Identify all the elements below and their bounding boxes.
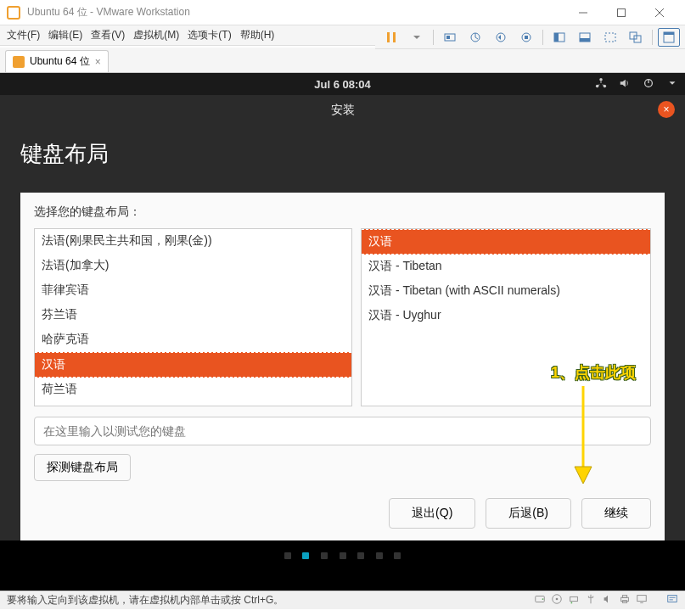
- svg-point-27: [571, 602, 573, 604]
- fullscreen-icon[interactable]: [658, 28, 680, 47]
- list-item[interactable]: 汉语 - Tibetan (with ASCII numerals): [362, 279, 650, 304]
- svg-rect-4: [446, 36, 450, 39]
- list-item[interactable]: 汉语: [35, 352, 351, 378]
- svg-rect-26: [570, 596, 578, 601]
- statusbar: 要将输入定向到该虚拟机，请在虚拟机内部单击或按 Ctrl+G。: [0, 591, 685, 609]
- toolbar-separator: [652, 30, 653, 45]
- unity-icon[interactable]: [625, 28, 647, 47]
- dot: [357, 552, 364, 559]
- printer-icon[interactable]: [619, 593, 631, 608]
- toolbar-dropdown[interactable]: [406, 28, 428, 47]
- disk-icon[interactable]: [534, 593, 546, 608]
- svg-point-18: [599, 77, 603, 81]
- power-icon[interactable]: [643, 77, 654, 92]
- window-controls: [564, 0, 678, 25]
- svg-rect-29: [622, 596, 626, 598]
- window-title: Ubuntu 64 位 - VMware Workstation: [27, 5, 564, 20]
- svg-point-25: [556, 598, 559, 601]
- menu-file[interactable]: 文件(F): [7, 28, 40, 42]
- list-item[interactable]: 芬兰语: [35, 303, 351, 328]
- list-item[interactable]: 菲律宾语: [35, 278, 351, 303]
- guest-display[interactable]: Jul 6 08:04 安装 × 键盘布局 选择您的键盘布局： 法语(刚果民主共…: [0, 73, 685, 591]
- nav-buttons: 退出(Q) 后退(B) 继续: [389, 498, 651, 529]
- cd-icon[interactable]: [551, 593, 563, 608]
- back-button[interactable]: 后退(B): [486, 498, 571, 529]
- maximize-button[interactable]: [602, 0, 640, 25]
- quit-button[interactable]: 退出(Q): [389, 498, 475, 529]
- installer-body: 键盘布局 选择您的键盘布局： 法语(刚果民主共和国，刚果(金))法语(加拿大)菲…: [0, 124, 685, 540]
- layout-prompt: 选择您的键盘布局：: [34, 204, 651, 220]
- svg-rect-32: [668, 596, 677, 602]
- menu-help[interactable]: 帮助(H): [240, 28, 275, 42]
- usb-icon[interactable]: [585, 593, 597, 608]
- dot: [376, 552, 383, 559]
- sound-icon[interactable]: [602, 593, 614, 608]
- clock: Jul 6 08:04: [314, 78, 371, 91]
- list-item[interactable]: 哈萨克语: [35, 328, 351, 352]
- menu-vm[interactable]: 虚拟机(M): [133, 28, 179, 42]
- toolbar-separator: [433, 30, 434, 45]
- installer-close-button[interactable]: ×: [658, 101, 675, 118]
- installer-header: 安装 ×: [0, 95, 685, 124]
- network-adapter-icon[interactable]: [568, 593, 580, 608]
- vm-tab[interactable]: Ubuntu 64 位 ×: [5, 50, 109, 72]
- list-item[interactable]: 汉语 - Tibetan: [362, 255, 650, 279]
- gnome-topbar: Jul 6 08:04: [0, 73, 685, 95]
- network-icon[interactable]: [595, 77, 607, 92]
- progress-dots: [0, 540, 685, 570]
- toolbar: [375, 25, 685, 49]
- keyboard-test-input[interactable]: [34, 417, 651, 445]
- vm-tab-icon: [13, 56, 25, 68]
- svg-rect-12: [580, 38, 590, 42]
- dot: [284, 552, 291, 559]
- dot: [394, 552, 401, 559]
- tab-close-icon[interactable]: ×: [95, 56, 101, 68]
- dot: [321, 552, 328, 559]
- send-ctrl-alt-del-icon[interactable]: [439, 28, 461, 47]
- svg-rect-13: [605, 33, 615, 42]
- svg-rect-17: [664, 32, 674, 35]
- vm-tab-label: Ubuntu 64 位: [30, 54, 90, 69]
- installer-header-title: 安装: [331, 103, 355, 116]
- list-item[interactable]: 法语(刚果民主共和国，刚果(金)): [35, 229, 351, 254]
- svg-point-23: [542, 598, 544, 600]
- app-icon: [7, 6, 20, 20]
- list-item[interactable]: 黑山语: [35, 402, 351, 406]
- pause-button[interactable]: [380, 28, 402, 47]
- content-pane: 选择您的键盘布局： 法语(刚果民主共和国，刚果(金))法语(加拿大)菲律宾语芬兰…: [20, 193, 665, 540]
- volume-icon[interactable]: [619, 77, 631, 92]
- snapshot-manager-icon[interactable]: [515, 28, 537, 47]
- view-console-icon[interactable]: [548, 28, 570, 47]
- tabstrip: Ubuntu 64 位 ×: [0, 48, 685, 73]
- snapshot-revert-icon[interactable]: [490, 28, 512, 47]
- status-text: 要将输入定向到该虚拟机，请在虚拟机内部单击或按 Ctrl+G。: [7, 593, 534, 608]
- list-item[interactable]: 法语(加拿大): [35, 254, 351, 278]
- layout-variant-list[interactable]: 汉语汉语 - Tibetan汉语 - Tibetan (with ASCII n…: [361, 228, 651, 406]
- page-title: 键盘布局: [20, 139, 665, 169]
- list-item[interactable]: 汉语 - Uyghur: [362, 304, 650, 328]
- menu-tabs[interactable]: 选项卡(T): [188, 28, 231, 42]
- view-thumbnails-icon[interactable]: [574, 28, 596, 47]
- snapshot-icon[interactable]: [464, 28, 486, 47]
- message-log-icon[interactable]: [666, 593, 678, 608]
- stretch-icon[interactable]: [599, 28, 621, 47]
- window-titlebar: Ubuntu 64 位 - VMware Workstation: [0, 0, 685, 25]
- detect-layout-button[interactable]: 探测键盘布局: [34, 454, 131, 481]
- menu-view[interactable]: 查看(V): [91, 28, 125, 42]
- svg-rect-1: [387, 32, 390, 42]
- svg-rect-8: [525, 36, 528, 39]
- continue-button[interactable]: 继续: [581, 498, 651, 529]
- svg-rect-31: [637, 596, 647, 602]
- svg-rect-10: [554, 33, 559, 42]
- layout-language-list[interactable]: 法语(刚果民主共和国，刚果(金))法语(加拿大)菲律宾语芬兰语哈萨克语汉语荷兰语…: [34, 228, 352, 406]
- dot: [340, 552, 346, 559]
- list-item[interactable]: 汉语: [362, 229, 650, 255]
- minimize-button[interactable]: [564, 0, 602, 25]
- svg-rect-2: [393, 32, 396, 42]
- svg-rect-0: [617, 8, 625, 16]
- list-item[interactable]: 荷兰语: [35, 378, 351, 402]
- menu-edit[interactable]: 编辑(E): [48, 28, 82, 42]
- close-button[interactable]: [640, 0, 678, 25]
- chevron-down-icon[interactable]: [666, 77, 678, 92]
- display-icon[interactable]: [636, 593, 648, 608]
